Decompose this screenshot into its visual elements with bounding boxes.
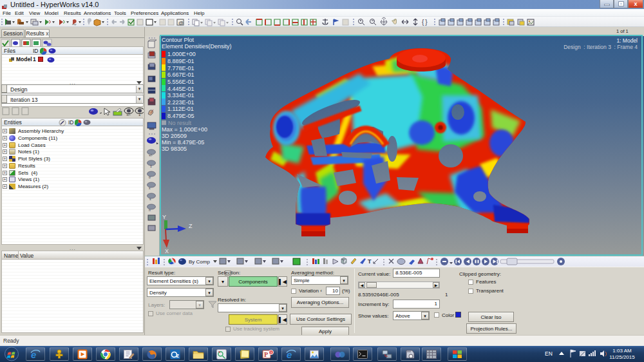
svg-text:z: z bbox=[176, 352, 180, 358]
svg-text:@: @ bbox=[178, 20, 184, 26]
svg-text:T: T bbox=[368, 258, 372, 265]
svg-text:exp: exp bbox=[72, 23, 77, 26]
svg-text:1: 1 bbox=[138, 113, 141, 117]
svg-text:{ }: { } bbox=[422, 19, 428, 26]
svg-text:P: P bbox=[264, 351, 268, 358]
svg-text:+/-: +/- bbox=[126, 113, 131, 117]
svg-text:By Comp: By Comp bbox=[189, 259, 210, 265]
